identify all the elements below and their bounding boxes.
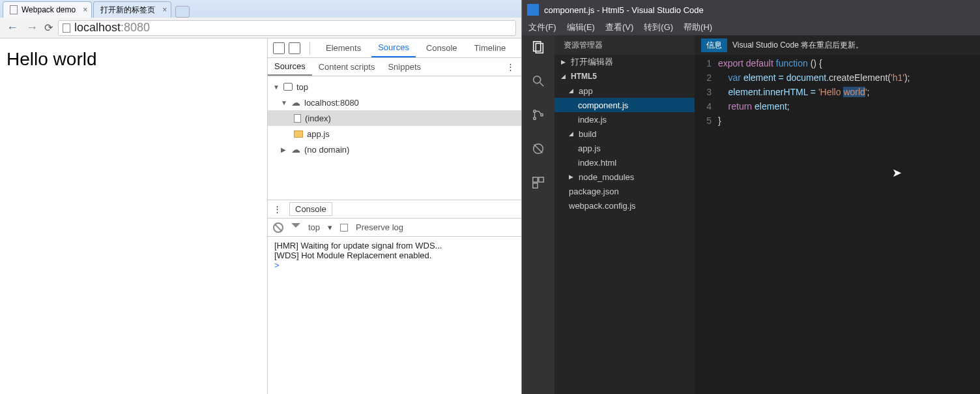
chevron-right-icon: ▶ [561,59,568,65]
back-button[interactable]: ← [5,21,20,35]
devtools-tab-console[interactable]: Console [420,39,464,57]
console-drawer-header: ⋮ Console [268,200,521,219]
devtools-toolbar: Elements Sources Console Timeline [268,38,521,58]
svg-point-6 [541,114,543,116]
chevron-down-icon: ◢ [561,73,568,80]
project-label: HTML5 [571,72,597,81]
file-component-js[interactable]: component.js [555,98,695,112]
url-input[interactable]: localhost:8080 [58,20,516,36]
filter-icon[interactable] [291,223,300,232]
activity-bar [522,35,555,394]
subtab-snippets[interactable]: Snippets [381,59,427,75]
page-content: Hello world [0,38,267,394]
console-line: [WDS] Hot Module Replacement enabled. [274,250,515,260]
menu-go[interactable]: 转到(G) [644,22,673,33]
svg-rect-10 [539,177,543,182]
page-heading: Hello world [7,49,97,69]
chrome-body: Hello world Elements Sources Console Tim… [0,38,521,394]
file-package-json[interactable]: package.json [555,184,695,198]
devtools-tab-timeline[interactable]: Timeline [468,39,513,57]
inspect-icon[interactable] [273,42,285,54]
tree-node-domain[interactable]: ▼ ☁ localhost:8080 [268,95,521,110]
menu-help[interactable]: 帮助(H) [684,22,712,33]
editor-notification: 信息 Visual Studio Code 将在重启后更新。 [695,35,980,55]
explorer-icon[interactable] [529,38,547,56]
window-title: component.js - Html5 - Visual Studio Cod… [544,5,704,15]
extensions-icon[interactable] [529,174,547,192]
subtab-sources[interactable]: Sources [268,58,312,76]
folder-label: node_modules [579,172,634,182]
info-text: Visual Studio Code 将在重启后更新。 [732,40,863,51]
preserve-log-label: Preserve log [356,222,403,232]
devtools-tab-elements[interactable]: Elements [319,39,368,57]
close-icon[interactable]: × [162,5,167,14]
node-label: top [296,82,308,92]
node-label: localhost:8080 [304,98,359,108]
project-section[interactable]: ◢ HTML5 [555,69,695,83]
vscode-titlebar: component.js - Html5 - Visual Studio Cod… [522,0,980,20]
tree-node-nodomain[interactable]: ▶ ☁ (no domain) [268,142,521,157]
folder-label: build [579,129,596,139]
frame-icon [283,83,293,91]
folder-icon [294,130,303,138]
menu-edit[interactable]: 编辑(E) [567,22,595,33]
page-icon [63,23,70,33]
folder-app[interactable]: ◢ app [555,83,695,98]
scope-dropdown[interactable]: top [308,222,320,232]
expand-icon[interactable]: ▼ [273,83,280,91]
preserve-log-checkbox[interactable] [340,224,348,232]
dropdown-icon[interactable]: ▾ [328,222,332,232]
reload-button[interactable]: ⟳ [44,22,53,34]
file-index-js[interactable]: index.js [555,112,695,127]
folder-build[interactable]: ◢ build [555,127,695,141]
folder-label: app [579,86,593,96]
chrome-tab-active[interactable]: Webpack demo × [3,1,92,18]
cloud-icon: ☁ [291,144,300,155]
svg-point-2 [534,76,541,83]
explorer-panel: 资源管理器 ▶ 打开编辑器 ◢ HTML5 ◢ app component.js… [555,35,695,394]
file-app-js[interactable]: app.js [555,141,695,155]
tree-file-appjs[interactable]: app.js [268,126,521,142]
file-label: app.js [578,144,601,153]
new-tab-button[interactable] [175,6,190,18]
open-editors-section[interactable]: ▶ 打开编辑器 [555,55,695,69]
forward-button[interactable]: → [25,21,39,35]
file-label: package.json [569,187,619,196]
mouse-cursor-icon: ➤ [892,166,902,180]
file-index-html[interactable]: index.html [555,155,695,170]
vscode-menubar: 文件(F) 编辑(E) 查看(V) 转到(G) 帮助(H) [522,20,980,35]
close-icon[interactable]: × [83,5,87,14]
chevron-right-icon: ▶ [569,174,575,180]
console-prompt[interactable]: > [274,260,515,270]
device-toggle-icon[interactable] [289,42,300,54]
code-editor[interactable]: 12345 export default function () { var e… [695,55,980,394]
debug-icon[interactable] [529,140,547,158]
more-icon[interactable]: ⋮ [506,62,521,72]
separator [310,42,310,55]
git-icon[interactable] [529,106,547,124]
file-icon [294,114,301,123]
tab-title: Webpack demo [22,5,76,14]
clear-console-icon[interactable] [273,222,283,233]
menu-view[interactable]: 查看(V) [605,22,633,33]
vscode-body: 资源管理器 ▶ 打开编辑器 ◢ HTML5 ◢ app component.js… [522,35,980,394]
folder-node-modules[interactable]: ▶ node_modules [555,170,695,184]
console-tab[interactable]: Console [289,202,332,216]
expand-icon[interactable]: ▶ [281,146,287,153]
code-lines[interactable]: export default function () { var element… [718,55,980,394]
subtab-content-scripts[interactable]: Content scripts [312,59,382,75]
search-icon[interactable] [529,72,547,90]
menu-file[interactable]: 文件(F) [528,22,556,33]
file-webpack-config[interactable]: webpack.config.js [555,198,695,213]
tree-node-top[interactable]: ▼ top [268,79,521,95]
devtools-tab-sources[interactable]: Sources [371,38,416,57]
chrome-addressbar: ← → ⟳ localhost:8080 [0,18,521,38]
console-output: [HMR] Waiting for update signal from WDS… [268,237,521,274]
tree-file-index[interactable]: (index) [268,110,521,126]
more-icon[interactable]: ⋮ [273,204,281,214]
chrome-tab[interactable]: 打开新的标签页 × [93,1,171,18]
expand-icon[interactable]: ▼ [281,99,287,106]
sources-tree: ▼ top ▼ ☁ localhost:8080 (index) app.js [268,76,521,200]
cloud-icon: ☁ [291,97,300,108]
node-label: app.js [307,129,330,139]
